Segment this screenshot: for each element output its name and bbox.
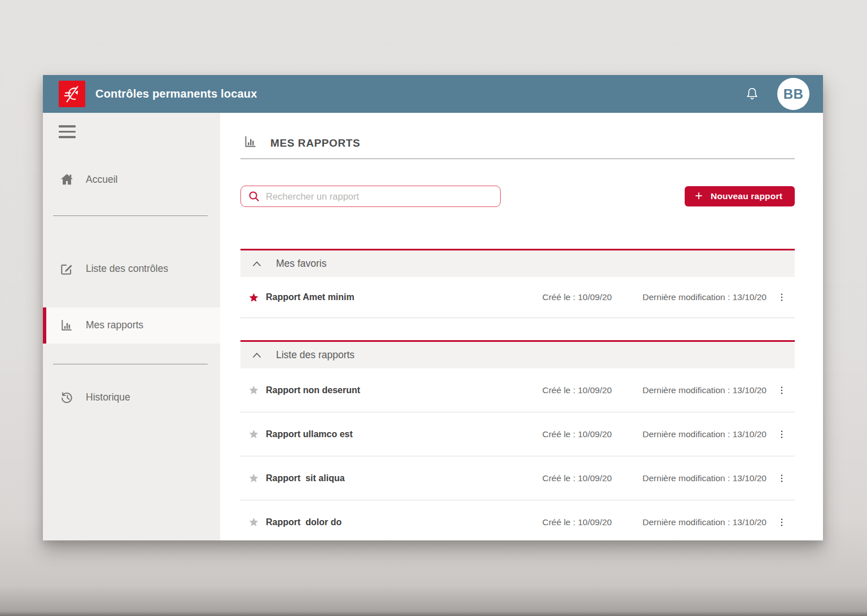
favorite-star-icon[interactable] [248, 429, 266, 439]
home-icon [59, 172, 75, 188]
toolbar: + Nouveau rapport [240, 186, 795, 207]
sidebar-item-label: Accueil [86, 174, 117, 186]
report-row: Rapport dolor do Créé le : 10/09/20 Dern… [240, 500, 795, 540]
kebab-menu-icon[interactable] [767, 385, 795, 395]
page-head: MES RAPPORTS [240, 134, 795, 152]
sidebar-item-liste-des-controles[interactable]: Liste des contrôles [43, 253, 220, 285]
title-divider [240, 159, 795, 159]
report-modified-date: Dernière modification : 13/10/20 [612, 473, 767, 483]
report-modified-date: Dernière modification : 13/10/20 [612, 292, 767, 302]
favorite-star-icon[interactable] [248, 292, 266, 303]
active-indicator [43, 307, 46, 344]
main-content: MES RAPPORTS + Nouveau rapport [220, 113, 823, 540]
favorite-star-icon[interactable] [248, 473, 266, 483]
sidebar-item-mes-rapports[interactable]: Mes rapports [43, 307, 220, 344]
sidebar-item-accueil[interactable]: Accueil [43, 164, 220, 196]
sidebar-divider [53, 364, 208, 364]
notifications-bell-icon[interactable] [743, 86, 760, 103]
menu-hamburger-icon[interactable] [59, 125, 76, 138]
sidebar-nav: Accueil Liste des contrôles [43, 164, 220, 413]
report-title[interactable]: Rapport ullamco est [266, 429, 499, 439]
report-list-section-header[interactable]: Liste des rapports [240, 340, 795, 368]
search-box [240, 186, 501, 207]
report-title[interactable]: Rapport non deserunt [266, 385, 499, 395]
app-window: Contrôles permanents locaux BB [43, 75, 823, 540]
favorites-section: Mes favoris Rapport Amet minim Créé le :… [240, 249, 795, 318]
report-modified-date: Dernière modification : 13/10/20 [612, 429, 767, 439]
report-list-section: Liste des rapports Rapport non deserunt … [240, 340, 795, 540]
favorites-section-header[interactable]: Mes favoris [240, 249, 795, 277]
page-title: MES RAPPORTS [270, 137, 360, 149]
sidebar-item-label: Liste des contrôles [86, 263, 168, 275]
app-header: Contrôles permanents locaux BB [43, 75, 823, 113]
report-created-date: Créé le : 10/09/20 [499, 385, 612, 395]
bar-chart-icon [59, 318, 75, 333]
search-icon [248, 190, 260, 203]
chevron-up-icon [252, 353, 261, 358]
section-title: Mes favoris [276, 258, 326, 270]
favorite-star-icon[interactable] [248, 385, 266, 395]
brand-logo-caisse-epargne-icon [59, 81, 85, 107]
kebab-menu-icon[interactable] [767, 473, 795, 483]
edit-icon [59, 261, 75, 277]
report-created-date: Créé le : 10/09/20 [499, 429, 612, 439]
new-report-button-label: Nouveau rapport [711, 191, 782, 201]
report-row: Rapport sit aliqua Créé le : 10/09/20 De… [240, 456, 795, 500]
report-row: Rapport Amet minim Créé le : 10/09/20 De… [240, 277, 795, 318]
kebab-menu-icon[interactable] [767, 429, 795, 439]
kebab-menu-icon[interactable] [767, 517, 795, 527]
report-title[interactable]: Rapport dolor do [266, 517, 499, 527]
report-row: Rapport non deserunt Créé le : 10/09/20 … [240, 368, 795, 412]
chevron-up-icon [252, 261, 261, 267]
sidebar-item-label: Mes rapports [86, 319, 143, 331]
section-title: Liste des rapports [276, 349, 354, 361]
report-modified-date: Dernière modification : 13/10/20 [612, 517, 767, 527]
favorite-star-icon[interactable] [248, 517, 266, 527]
sidebar: Accueil Liste des contrôles [43, 113, 220, 540]
report-title[interactable]: Rapport sit aliqua [266, 473, 499, 483]
plus-icon: + [695, 190, 703, 203]
report-created-date: Créé le : 10/09/20 [499, 473, 612, 483]
bar-chart-icon [243, 134, 258, 152]
sidebar-item-label: Historique [86, 391, 130, 403]
kebab-menu-icon[interactable] [767, 292, 795, 302]
app-title: Contrôles permanents locaux [95, 87, 743, 100]
user-avatar[interactable]: BB [777, 78, 809, 110]
report-title[interactable]: Rapport Amet minim [266, 292, 499, 302]
report-modified-date: Dernière modification : 13/10/20 [612, 385, 767, 395]
report-row: Rapport ullamco est Créé le : 10/09/20 D… [240, 412, 795, 456]
history-icon [59, 390, 75, 406]
report-created-date: Créé le : 10/09/20 [499, 517, 612, 527]
sidebar-divider [53, 215, 208, 216]
new-report-button[interactable]: + Nouveau rapport [685, 186, 795, 206]
search-input[interactable] [266, 191, 493, 202]
report-created-date: Créé le : 10/09/20 [499, 292, 612, 302]
sidebar-item-historique[interactable]: Historique [43, 382, 220, 413]
